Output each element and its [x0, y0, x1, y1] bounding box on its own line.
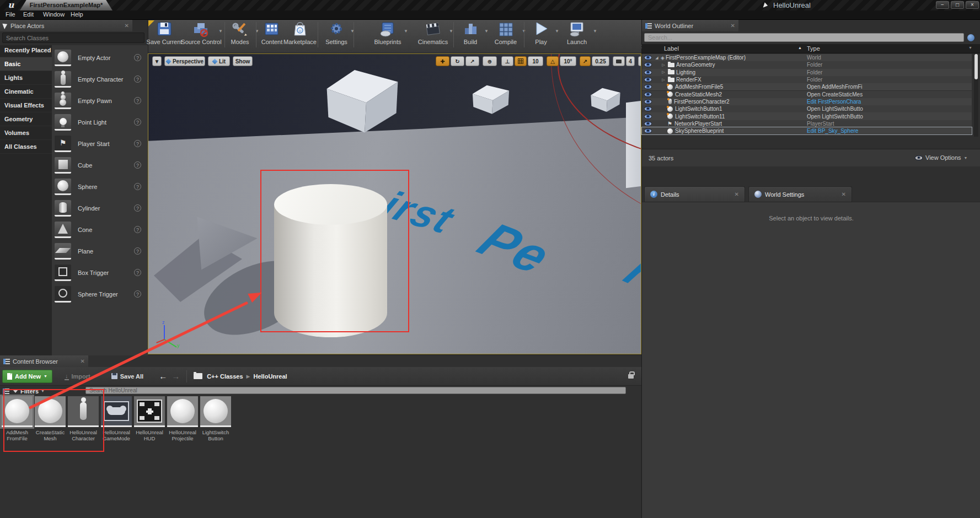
- lock-icon[interactable]: [628, 374, 634, 379]
- visibility-eye-icon[interactable]: [644, 62, 652, 67]
- menu-edit[interactable]: Edit: [23, 11, 34, 18]
- list-item-cylinder[interactable]: Cylinder ?: [52, 197, 148, 219]
- asset-hellounreal-projectile[interactable]: HelloUnrealProjectile: [167, 396, 199, 441]
- close-button[interactable]: ×: [966, 1, 979, 9]
- blueprints-button[interactable]: Blueprints ▼: [368, 21, 407, 52]
- visibility-eye-icon[interactable]: [644, 84, 652, 89]
- minimize-button[interactable]: −: [936, 1, 949, 9]
- viewport-options-button[interactable]: ▼: [152, 56, 162, 66]
- camera-mode-button[interactable]: Perspective: [164, 56, 205, 66]
- marketplace-button[interactable]: u Marketplace: [281, 21, 319, 52]
- back-arrow-icon[interactable]: ←: [159, 371, 167, 381]
- level-tab[interactable]: FirstPersonExampleMap*: [20, 0, 113, 10]
- help-icon[interactable]: ?: [134, 54, 141, 61]
- outliner-scrollbar[interactable]: [974, 54, 978, 137]
- view-options-button[interactable]: View Options ▼: [915, 154, 968, 161]
- help-icon[interactable]: ?: [134, 269, 141, 276]
- outliner-row-actor-selected[interactable]: SkySphereBlueprint Edit BP_Sky_Sphere: [642, 127, 972, 134]
- asset-lightswitch-button[interactable]: LightSwitchButton: [200, 396, 232, 441]
- expander-icon[interactable]: ◢: [654, 56, 660, 60]
- sort-asc-icon[interactable]: ▲: [798, 46, 802, 50]
- outliner-search-input[interactable]: [644, 33, 964, 42]
- scale-tool-button[interactable]: ↗: [465, 56, 479, 66]
- tab-details[interactable]: i Details ✕: [644, 186, 745, 202]
- visibility-eye-icon[interactable]: [644, 128, 652, 133]
- close-icon[interactable]: ✕: [731, 23, 735, 29]
- visibility-eye-icon[interactable]: [644, 92, 652, 97]
- column-label[interactable]: Label: [664, 45, 679, 52]
- viewport-3d[interactable]: irst Pe r z: [148, 53, 641, 354]
- outliner-search-field[interactable]: [644, 33, 964, 42]
- cinematics-button[interactable]: Cinematics ▼: [414, 21, 452, 52]
- save-all-button[interactable]: Save All: [106, 373, 149, 380]
- list-item-point-light[interactable]: Point Light ?: [52, 111, 148, 133]
- rotate-tool-button[interactable]: ↻: [451, 56, 464, 66]
- asset-search-input[interactable]: [85, 387, 626, 394]
- visibility-eye-icon[interactable]: [644, 114, 652, 119]
- list-item-empty-pawn[interactable]: Empty Pawn ?: [52, 90, 148, 111]
- search-classes-field[interactable]: [2, 33, 144, 43]
- category-geometry[interactable]: Geometry: [0, 112, 52, 126]
- category-lights[interactable]: Lights: [0, 71, 52, 85]
- place-actors-tab[interactable]: Place Actors ✕: [0, 20, 132, 31]
- scrollbar-thumb[interactable]: [974, 54, 978, 79]
- rotation-snap-value[interactable]: 10°: [560, 56, 576, 66]
- category-recently-placed[interactable]: Recently Placed: [0, 44, 52, 57]
- column-type[interactable]: Type: [807, 45, 820, 52]
- tab-world-settings[interactable]: World Settings ✕: [748, 186, 852, 202]
- menu-file[interactable]: File: [6, 11, 15, 18]
- open-blueprint-link[interactable]: Open LightSwitchButto: [807, 106, 863, 112]
- close-icon[interactable]: ✕: [125, 23, 129, 29]
- help-icon[interactable]: ?: [134, 247, 141, 255]
- list-item-sphere-trigger[interactable]: Sphere Trigger ?: [52, 283, 148, 305]
- category-visual-effects[interactable]: Visual Effects: [0, 99, 52, 112]
- surface-snap-button[interactable]: ⊥: [501, 56, 513, 66]
- grid-snap-button[interactable]: [515, 56, 527, 66]
- outliner-row-actor[interactable]: FirstPersonCharacter2 Edit FirstPersonCh…: [642, 98, 972, 105]
- help-icon[interactable]: ?: [134, 118, 141, 126]
- list-item-box-trigger[interactable]: Box Trigger ?: [52, 262, 148, 283]
- column-options-icon[interactable]: ▼: [968, 46, 972, 50]
- search-classes-input[interactable]: [2, 33, 144, 43]
- category-all-classes[interactable]: All Classes: [0, 140, 52, 154]
- world-coordinate-button[interactable]: ⊕: [483, 56, 497, 66]
- rotation-snap-button[interactable]: △: [547, 56, 559, 66]
- open-blueprint-link[interactable]: Open AddMeshFromFi: [807, 84, 863, 90]
- outliner-row-actor[interactable]: LightSwitchButton1 Open LightSwitchButto: [642, 105, 972, 112]
- world-outliner-tab[interactable]: World Outliner ✕: [642, 20, 738, 31]
- help-icon[interactable]: ?: [134, 290, 141, 298]
- help-icon[interactable]: ?: [134, 97, 141, 104]
- view-mode-button[interactable]: Lit: [208, 56, 230, 66]
- outliner-row-actor[interactable]: LightSwitchButton11 Open LightSwitchButt…: [642, 112, 972, 120]
- launch-button[interactable]: Launch ▼: [558, 21, 596, 52]
- breadcrumb-root[interactable]: C++ Classes: [207, 373, 243, 380]
- breadcrumb-current[interactable]: HelloUnreal: [254, 373, 287, 380]
- menu-help[interactable]: Help: [71, 11, 83, 18]
- camera-speed-value[interactable]: 4: [626, 56, 635, 66]
- expander-icon[interactable]: ▷: [661, 63, 666, 67]
- help-icon[interactable]: ?: [134, 75, 141, 83]
- chevron-down-icon[interactable]: ▼: [404, 29, 408, 34]
- close-icon[interactable]: ✕: [81, 358, 85, 364]
- outliner-row-actor[interactable]: CreateStaticMesh2 Open CreateStaticMes: [642, 91, 972, 98]
- outliner-row-actor[interactable]: AddMeshFromFile5 Open AddMeshFromFi: [642, 83, 972, 90]
- scale-snap-value[interactable]: 0.25: [592, 56, 609, 66]
- cube-small[interactable]: [471, 83, 511, 115]
- forward-arrow-icon[interactable]: →: [172, 371, 180, 381]
- list-item-cube[interactable]: Cube ?: [52, 154, 148, 176]
- list-item-plane[interactable]: Plane ?: [52, 240, 148, 262]
- help-icon[interactable]: ?: [134, 140, 141, 147]
- list-item-empty-actor[interactable]: Empty Actor ?: [52, 47, 148, 68]
- edit-blueprint-link[interactable]: Edit BP_Sky_Sphere: [807, 128, 858, 134]
- visibility-eye-icon[interactable]: [644, 121, 652, 126]
- outliner-row-world[interactable]: ◢ ◈ FirstPersonExampleMap (Editor) World: [642, 54, 972, 61]
- grid-snap-value[interactable]: 10: [528, 56, 543, 66]
- visibility-eye-icon[interactable]: [644, 70, 652, 75]
- outliner-row-folder[interactable]: ▷ ArenaGeometry Folder: [642, 61, 972, 68]
- close-icon[interactable]: ✕: [842, 191, 846, 197]
- content-browser-tab[interactable]: Content Browser ✕: [0, 355, 88, 367]
- build-button[interactable]: Build ▼: [451, 21, 490, 52]
- settings-button[interactable]: Settings ▼: [317, 21, 356, 52]
- visibility-eye-icon[interactable]: [644, 106, 652, 111]
- play-button[interactable]: Play ▼: [522, 21, 560, 52]
